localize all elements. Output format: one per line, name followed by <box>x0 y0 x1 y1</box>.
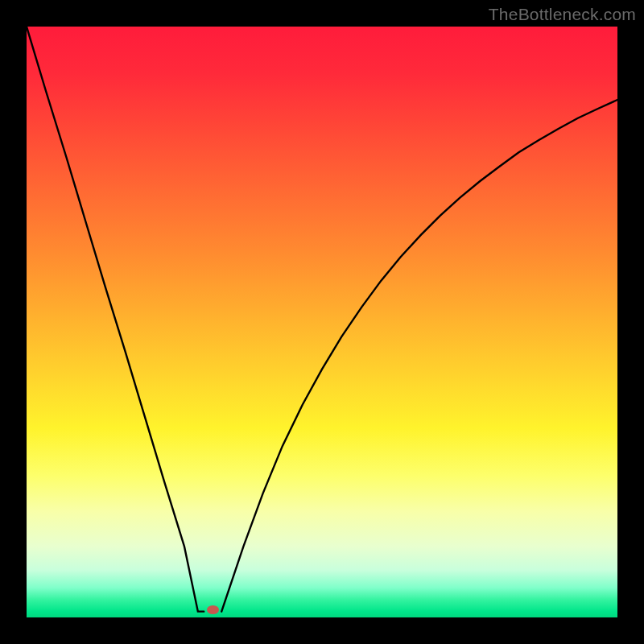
bottleneck-curve <box>27 27 617 617</box>
plot-area <box>27 27 617 617</box>
curve-left-branch <box>27 27 204 612</box>
chart-frame: TheBottleneck.com <box>0 0 644 644</box>
curve-right-branch <box>221 100 617 612</box>
optimum-marker <box>207 605 219 614</box>
attribution-text: TheBottleneck.com <box>489 5 636 24</box>
